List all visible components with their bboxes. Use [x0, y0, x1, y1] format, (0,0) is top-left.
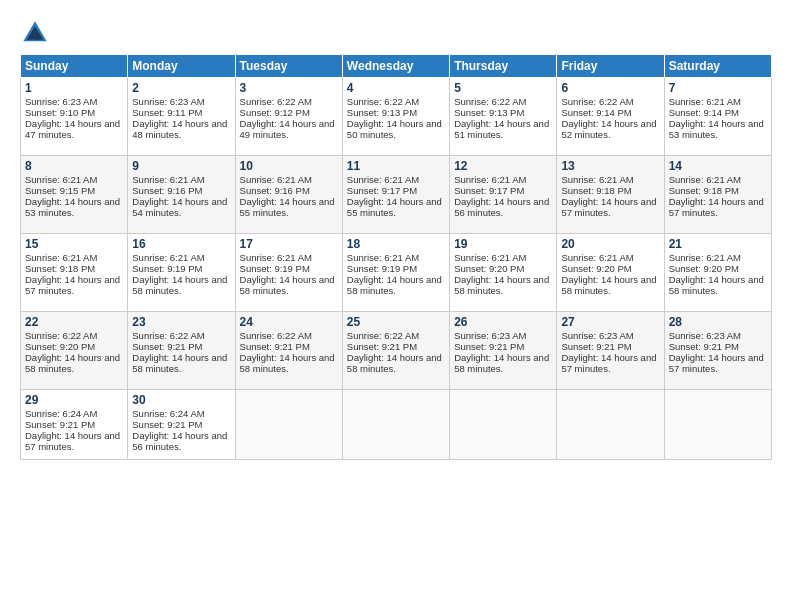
calendar-day-cell: 10Sunrise: 6:21 AMSunset: 9:16 PMDayligh… [235, 156, 342, 234]
sunrise-text: Sunrise: 6:22 AM [347, 96, 419, 107]
day-number: 27 [561, 315, 659, 329]
sunset-text: Sunset: 9:11 PM [132, 107, 202, 118]
day-number: 10 [240, 159, 338, 173]
sunrise-text: Sunrise: 6:22 AM [561, 96, 633, 107]
daylight-text: Daylight: 14 hours and 58 minutes. [240, 352, 335, 374]
daylight-text: Daylight: 14 hours and 58 minutes. [347, 352, 442, 374]
day-number: 25 [347, 315, 445, 329]
daylight-text: Daylight: 14 hours and 57 minutes. [561, 196, 656, 218]
calendar-week-row: 22Sunrise: 6:22 AMSunset: 9:20 PMDayligh… [21, 312, 772, 390]
sunset-text: Sunset: 9:17 PM [454, 185, 524, 196]
sunset-text: Sunset: 9:16 PM [240, 185, 310, 196]
calendar-day-cell: 11Sunrise: 6:21 AMSunset: 9:17 PMDayligh… [342, 156, 449, 234]
calendar-day-cell: 2Sunrise: 6:23 AMSunset: 9:11 PMDaylight… [128, 78, 235, 156]
calendar-day-cell: 21Sunrise: 6:21 AMSunset: 9:20 PMDayligh… [664, 234, 771, 312]
sunset-text: Sunset: 9:21 PM [132, 341, 202, 352]
sunset-text: Sunset: 9:14 PM [561, 107, 631, 118]
calendar-day-cell: 4Sunrise: 6:22 AMSunset: 9:13 PMDaylight… [342, 78, 449, 156]
day-number: 8 [25, 159, 123, 173]
day-number: 22 [25, 315, 123, 329]
sunset-text: Sunset: 9:14 PM [669, 107, 739, 118]
page: SundayMondayTuesdayWednesdayThursdayFrid… [0, 0, 792, 612]
day-number: 12 [454, 159, 552, 173]
day-number: 23 [132, 315, 230, 329]
sunset-text: Sunset: 9:21 PM [347, 341, 417, 352]
sunrise-text: Sunrise: 6:21 AM [669, 252, 741, 263]
daylight-text: Daylight: 14 hours and 47 minutes. [25, 118, 120, 140]
sunrise-text: Sunrise: 6:24 AM [132, 408, 204, 419]
calendar-week-row: 8Sunrise: 6:21 AMSunset: 9:15 PMDaylight… [21, 156, 772, 234]
day-number: 17 [240, 237, 338, 251]
sunset-text: Sunset: 9:21 PM [240, 341, 310, 352]
sunset-text: Sunset: 9:13 PM [347, 107, 417, 118]
sunrise-text: Sunrise: 6:21 AM [347, 252, 419, 263]
day-number: 1 [25, 81, 123, 95]
sunrise-text: Sunrise: 6:22 AM [25, 330, 97, 341]
calendar-day-cell: 9Sunrise: 6:21 AMSunset: 9:16 PMDaylight… [128, 156, 235, 234]
sunset-text: Sunset: 9:20 PM [25, 341, 95, 352]
sunrise-text: Sunrise: 6:22 AM [347, 330, 419, 341]
day-number: 2 [132, 81, 230, 95]
sunrise-text: Sunrise: 6:21 AM [561, 174, 633, 185]
daylight-text: Daylight: 14 hours and 58 minutes. [132, 352, 227, 374]
daylight-text: Daylight: 14 hours and 51 minutes. [454, 118, 549, 140]
calendar-day-cell: 26Sunrise: 6:23 AMSunset: 9:21 PMDayligh… [450, 312, 557, 390]
calendar-day-cell: 25Sunrise: 6:22 AMSunset: 9:21 PMDayligh… [342, 312, 449, 390]
daylight-text: Daylight: 14 hours and 55 minutes. [240, 196, 335, 218]
daylight-text: Daylight: 14 hours and 56 minutes. [132, 430, 227, 452]
calendar-day-cell: 7Sunrise: 6:21 AMSunset: 9:14 PMDaylight… [664, 78, 771, 156]
sunrise-text: Sunrise: 6:24 AM [25, 408, 97, 419]
daylight-text: Daylight: 14 hours and 50 minutes. [347, 118, 442, 140]
header [20, 18, 772, 48]
day-number: 4 [347, 81, 445, 95]
daylight-text: Daylight: 14 hours and 58 minutes. [240, 274, 335, 296]
logo [20, 18, 56, 48]
calendar-day-cell: 23Sunrise: 6:22 AMSunset: 9:21 PMDayligh… [128, 312, 235, 390]
sunrise-text: Sunrise: 6:21 AM [669, 174, 741, 185]
day-number: 30 [132, 393, 230, 407]
daylight-text: Daylight: 14 hours and 52 minutes. [561, 118, 656, 140]
calendar-day-cell: 30Sunrise: 6:24 AMSunset: 9:21 PMDayligh… [128, 390, 235, 460]
sunrise-text: Sunrise: 6:22 AM [240, 330, 312, 341]
calendar-day-cell: 29Sunrise: 6:24 AMSunset: 9:21 PMDayligh… [21, 390, 128, 460]
sunrise-text: Sunrise: 6:21 AM [669, 96, 741, 107]
sunset-text: Sunset: 9:13 PM [454, 107, 524, 118]
sunset-text: Sunset: 9:20 PM [669, 263, 739, 274]
sunrise-text: Sunrise: 6:21 AM [25, 174, 97, 185]
sunrise-text: Sunrise: 6:21 AM [561, 252, 633, 263]
sunrise-text: Sunrise: 6:21 AM [240, 252, 312, 263]
sunset-text: Sunset: 9:21 PM [561, 341, 631, 352]
calendar-day-cell [450, 390, 557, 460]
calendar-day-cell: 14Sunrise: 6:21 AMSunset: 9:18 PMDayligh… [664, 156, 771, 234]
daylight-text: Daylight: 14 hours and 57 minutes. [669, 196, 764, 218]
daylight-text: Daylight: 14 hours and 54 minutes. [132, 196, 227, 218]
day-number: 14 [669, 159, 767, 173]
sunrise-text: Sunrise: 6:22 AM [454, 96, 526, 107]
sunrise-text: Sunrise: 6:22 AM [240, 96, 312, 107]
calendar-header-row: SundayMondayTuesdayWednesdayThursdayFrid… [21, 55, 772, 78]
calendar-day-cell: 22Sunrise: 6:22 AMSunset: 9:20 PMDayligh… [21, 312, 128, 390]
sunset-text: Sunset: 9:21 PM [454, 341, 524, 352]
calendar-day-cell: 3Sunrise: 6:22 AMSunset: 9:12 PMDaylight… [235, 78, 342, 156]
calendar-header-cell: Monday [128, 55, 235, 78]
sunrise-text: Sunrise: 6:21 AM [240, 174, 312, 185]
calendar-day-cell: 8Sunrise: 6:21 AMSunset: 9:15 PMDaylight… [21, 156, 128, 234]
day-number: 13 [561, 159, 659, 173]
daylight-text: Daylight: 14 hours and 48 minutes. [132, 118, 227, 140]
sunset-text: Sunset: 9:18 PM [25, 263, 95, 274]
daylight-text: Daylight: 14 hours and 57 minutes. [25, 274, 120, 296]
sunset-text: Sunset: 9:17 PM [347, 185, 417, 196]
daylight-text: Daylight: 14 hours and 57 minutes. [669, 352, 764, 374]
sunset-text: Sunset: 9:19 PM [240, 263, 310, 274]
sunset-text: Sunset: 9:21 PM [132, 419, 202, 430]
calendar-day-cell: 13Sunrise: 6:21 AMSunset: 9:18 PMDayligh… [557, 156, 664, 234]
day-number: 16 [132, 237, 230, 251]
day-number: 26 [454, 315, 552, 329]
calendar-header-cell: Sunday [21, 55, 128, 78]
calendar-day-cell [235, 390, 342, 460]
daylight-text: Daylight: 14 hours and 55 minutes. [347, 196, 442, 218]
day-number: 15 [25, 237, 123, 251]
calendar: SundayMondayTuesdayWednesdayThursdayFrid… [20, 54, 772, 460]
daylight-text: Daylight: 14 hours and 53 minutes. [669, 118, 764, 140]
day-number: 11 [347, 159, 445, 173]
